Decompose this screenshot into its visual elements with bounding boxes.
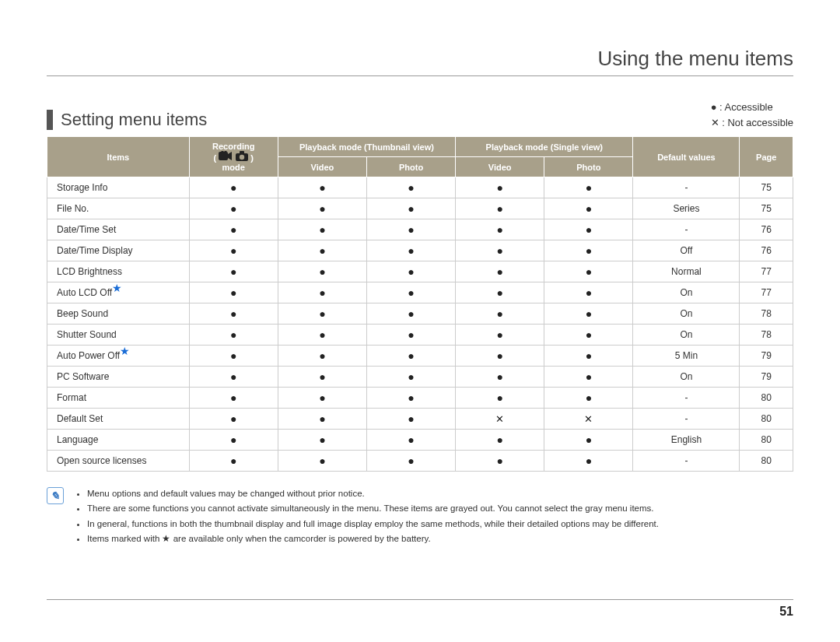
cell-page: 79 [740,367,793,388]
cell-default: 5 Min [633,346,740,367]
cell-default: On [633,367,740,388]
cell-thumb-photo: ● [366,261,455,282]
cell-thumb-video: ● [278,282,366,303]
legend-not-accessible: ✕ : Not accessible [711,115,793,131]
cell-thumb-video: ● [278,409,366,430]
cell-thumb-photo: ● [366,303,455,325]
th-single-video: Video [456,157,544,177]
cell-thumb-video: ● [278,198,366,219]
cell-recording: ● [189,303,278,325]
cell-page: 76 [740,240,793,261]
cell-single-video: ● [456,177,544,198]
cell-page: 77 [740,282,793,303]
cell-single-photo: ● [544,303,633,325]
cell-default: On [633,325,740,346]
cell-default: On [633,303,740,325]
cell-thumb-video: ● [278,261,366,282]
page-title-wrap: Using the menu items [47,47,793,76]
cell-default: - [633,451,740,472]
table-row: Default Set●●●✕✕-80 [47,409,793,430]
cell-single-video: ● [456,282,544,303]
cell-recording: ● [189,219,278,240]
cell-default: - [633,177,740,198]
cell-thumb-video: ● [278,388,366,409]
svg-rect-0 [219,152,228,160]
th-recording-top: Recording [193,142,275,151]
table-row: Auto LCD Off★●●●●●On77 [47,282,793,303]
cell-single-video: ● [456,198,544,219]
cell-single-video: ● [456,388,544,409]
note-item: Items marked with ★ are available only w… [87,532,659,546]
cell-recording: ● [189,430,278,451]
cell-single-photo: ✕ [544,409,633,430]
cell-thumb-photo: ● [366,346,455,367]
cell-single-photo: ● [544,367,633,388]
table-row: Date/Time Display●●●●●Off76 [47,240,793,261]
cell-default: Series [633,198,740,219]
cell-page: 75 [740,177,793,198]
cell-item-name: Date/Time Set [47,219,190,240]
cell-thumb-video: ● [278,451,366,472]
th-items: Items [47,137,190,177]
notes-list: Menu options and default values may be c… [73,487,659,547]
cell-recording: ● [189,261,278,282]
cell-thumb-video: ● [278,367,366,388]
video-camera-icon [219,151,233,161]
th-single-photo: Photo [544,157,633,177]
cell-thumb-photo: ● [366,198,455,219]
cell-thumb-video: ● [278,303,366,325]
cell-item-name: Open source licenses [47,451,190,472]
cell-item-name: Storage Info [47,177,190,198]
cell-single-video: ● [456,430,544,451]
cell-single-photo: ● [544,282,633,303]
cell-item-name: Auto LCD Off★ [47,282,190,303]
cell-single-video: ● [456,240,544,261]
cell-item-name: Shutter Sound [47,325,190,346]
cell-page: 80 [740,451,793,472]
cell-page: 80 [740,430,793,451]
svg-rect-5 [240,151,244,154]
cell-default: On [633,282,740,303]
cell-single-photo: ● [544,219,633,240]
cell-recording: ● [189,240,278,261]
cell-single-photo: ● [544,240,633,261]
cell-page: 76 [740,219,793,240]
cell-thumb-photo: ● [366,219,455,240]
star-icon: ★ [120,345,130,357]
cell-thumb-photo: ● [366,282,455,303]
cell-thumb-photo: ● [366,367,455,388]
cell-single-photo: ● [544,261,633,282]
note-item: In general, functions in both the thumbn… [87,517,659,531]
cell-thumb-photo: ● [366,177,455,198]
table-row: PC Software●●●●●On79 [47,367,793,388]
table-row: Shutter Sound●●●●●On78 [47,325,793,346]
note-icon: ✎ [47,487,64,504]
cell-item-name: Date/Time Display [47,240,190,261]
table-row: Date/Time Set●●●●●-76 [47,219,793,240]
table-row: File No.●●●●●Series75 [47,198,793,219]
table-row: Beep Sound●●●●●On78 [47,303,793,325]
cell-default: - [633,388,740,409]
table-row: Format●●●●●-80 [47,388,793,409]
cell-default: - [633,409,740,430]
cell-default: English [633,430,740,451]
cell-thumb-video: ● [278,346,366,367]
cell-thumb-video: ● [278,219,366,240]
settings-table: Items Recording ( ) mode Playback mode (… [47,136,793,472]
page-number: 51 [47,599,793,619]
photo-camera-icon [236,151,248,161]
cell-single-video: ● [456,303,544,325]
th-page: Page [740,137,793,177]
cell-recording: ● [189,177,278,198]
cell-thumb-video: ● [278,430,366,451]
th-thumb-video: Video [278,157,366,177]
note-box: ✎ Menu options and default values may be… [47,487,793,547]
page-title: Using the menu items [598,47,793,70]
cell-recording: ● [189,367,278,388]
cell-page: 80 [740,388,793,409]
cell-single-video: ● [456,219,544,240]
cell-default: - [633,219,740,240]
cell-default: Off [633,240,740,261]
note-item: Menu options and default values may be c… [87,487,659,500]
cell-thumb-video: ● [278,240,366,261]
